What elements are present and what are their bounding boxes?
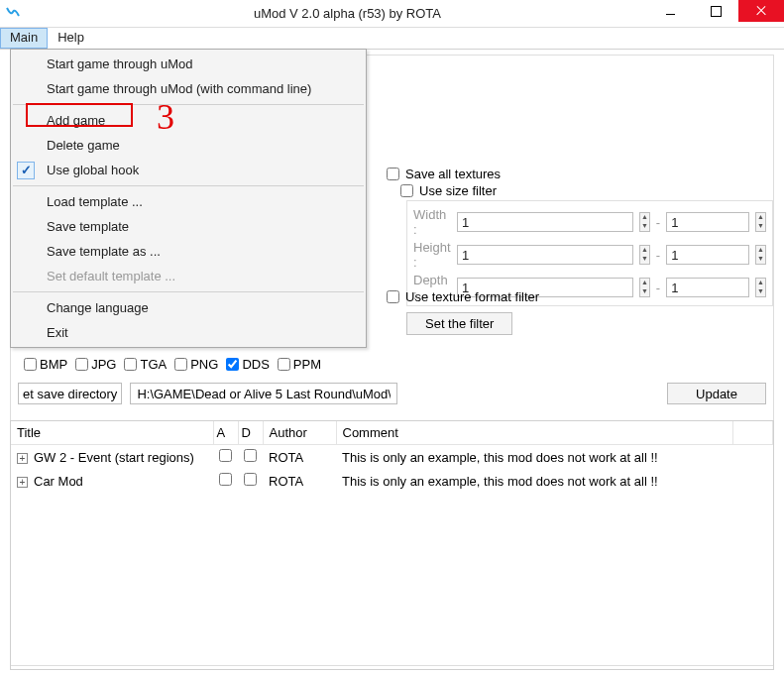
- set-save-directory-button[interactable]: et save directory: [18, 383, 122, 404]
- row-a-check[interactable]: [219, 449, 232, 462]
- use-size-filter-checkbox[interactable]: [400, 184, 413, 197]
- save-all-textures-check[interactable]: Save all textures: [387, 167, 773, 181]
- fmt-tga[interactable]: TGA: [124, 357, 167, 372]
- height-label: Height :: [413, 240, 451, 270]
- texture-format-filter: Use texture format filter Set the filter: [387, 289, 539, 335]
- expand-icon[interactable]: +: [17, 453, 28, 464]
- expand-icon[interactable]: +: [17, 477, 28, 488]
- width-max-input[interactable]: [666, 212, 749, 232]
- row-author: ROTA: [263, 469, 336, 493]
- row-author: ROTA: [263, 445, 336, 470]
- col-extra[interactable]: [733, 421, 773, 445]
- col-author[interactable]: Author: [263, 421, 336, 445]
- save-all-textures-checkbox[interactable]: [387, 168, 399, 180]
- set-filter-button[interactable]: Set the filter: [406, 312, 512, 335]
- menu-save-template-as[interactable]: Save template as ...: [11, 239, 366, 264]
- fmt-dds[interactable]: DDS: [226, 357, 269, 372]
- row-title: GW 2 - Event (start regions): [34, 450, 194, 465]
- menu-help[interactable]: Help: [48, 28, 94, 49]
- row-comment: This is only an example, this mod does n…: [336, 469, 733, 493]
- depth-max-input[interactable]: [666, 278, 749, 297]
- menu-start-umod-cmd[interactable]: Start game through uMod (with command li…: [11, 76, 366, 101]
- menu-exit[interactable]: Exit: [11, 320, 366, 345]
- width-max-spinner[interactable]: ▲▼: [755, 212, 766, 232]
- title-bar: uMod V 2.0 alpha (r53) by ROTA: [0, 0, 784, 28]
- col-a[interactable]: A: [213, 421, 238, 445]
- format-row: BMP JPG TGA PNG DDS PPM: [24, 357, 323, 372]
- menu-change-language[interactable]: Change language: [11, 295, 366, 320]
- texture-filters: Save all textures Use size filter Width …: [387, 167, 773, 306]
- menu-use-global-hook-label: Use global hook: [47, 163, 139, 177]
- menu-separator: [13, 185, 364, 186]
- table-row[interactable]: +GW 2 - Event (start regions) ROTA This …: [11, 445, 773, 470]
- menu-separator: [13, 291, 364, 292]
- height-max-spinner[interactable]: ▲▼: [755, 245, 766, 265]
- menu-bar: Main Help: [0, 28, 784, 50]
- width-min-input[interactable]: [457, 212, 633, 232]
- col-title[interactable]: Title: [11, 421, 213, 445]
- update-button[interactable]: Update: [667, 383, 766, 404]
- fmt-png[interactable]: PNG: [174, 357, 218, 372]
- menu-use-global-hook[interactable]: Use global hook: [11, 158, 366, 182]
- maximize-button[interactable]: [693, 0, 738, 22]
- menu-set-default-template[interactable]: Set default template ...: [11, 264, 366, 288]
- use-tex-format-checkbox[interactable]: [387, 290, 399, 303]
- depth-max-spinner[interactable]: ▲▼: [755, 278, 766, 297]
- col-d[interactable]: D: [238, 421, 263, 445]
- row-d-check[interactable]: [244, 449, 257, 462]
- use-tex-format-label: Use texture format filter: [405, 289, 539, 304]
- close-button[interactable]: [738, 0, 784, 22]
- depth-min-spinner[interactable]: ▲▼: [639, 278, 650, 297]
- menu-load-template[interactable]: Load template ...: [11, 189, 366, 214]
- menu-separator: [13, 104, 364, 105]
- use-size-label: Use size filter: [419, 183, 497, 198]
- fmt-bmp[interactable]: BMP: [24, 357, 67, 372]
- save-directory-row: et save directory Update: [18, 383, 766, 404]
- use-tex-format-check[interactable]: Use texture format filter: [387, 289, 539, 304]
- menu-main[interactable]: Main: [0, 28, 48, 49]
- app-icon: [4, 5, 22, 23]
- save-directory-input[interactable]: [130, 383, 397, 404]
- width-label: Width :: [413, 207, 451, 237]
- check-icon: [17, 162, 35, 179]
- row-comment: This is only an example, this mod does n…: [336, 445, 733, 470]
- table-row[interactable]: +Car Mod ROTA This is only an example, t…: [11, 469, 773, 493]
- menu-delete-game[interactable]: Delete game: [11, 133, 366, 158]
- fmt-ppm[interactable]: PPM: [278, 357, 321, 372]
- height-max-input[interactable]: [666, 245, 749, 265]
- row-a-check[interactable]: [219, 473, 232, 486]
- mod-table: Title A D Author Comment +GW 2 - Event (…: [10, 420, 774, 670]
- row-title: Car Mod: [34, 474, 83, 489]
- fmt-jpg[interactable]: JPG: [75, 357, 116, 372]
- width-min-spinner[interactable]: ▲▼: [639, 212, 650, 232]
- col-comment[interactable]: Comment: [336, 421, 733, 445]
- save-all-label: Save all textures: [405, 167, 501, 181]
- row-d-check[interactable]: [244, 473, 257, 486]
- height-min-input[interactable]: [457, 245, 633, 265]
- height-min-spinner[interactable]: ▲▼: [639, 245, 650, 265]
- main-menu-dropdown: Start game through uMod Start game throu…: [10, 49, 367, 348]
- menu-save-template[interactable]: Save template: [11, 214, 366, 239]
- menu-add-game[interactable]: Add game: [11, 108, 366, 133]
- use-size-filter-check[interactable]: Use size filter: [400, 183, 773, 198]
- minimize-button[interactable]: [647, 0, 693, 22]
- menu-start-umod[interactable]: Start game through uMod: [11, 52, 366, 76]
